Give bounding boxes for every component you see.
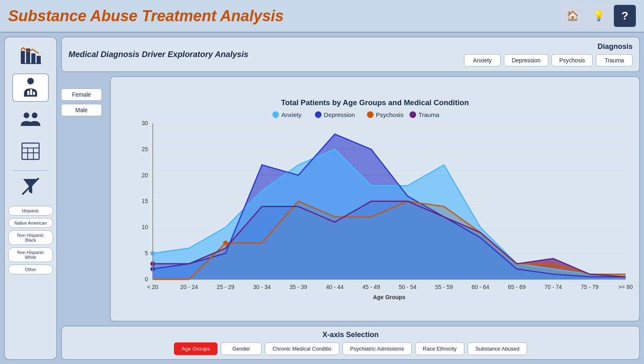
- chart-title: Total Patients by Age Groups and Medical…: [281, 98, 469, 107]
- svg-rect-0: [21, 51, 25, 63]
- person-chart-icon: [20, 77, 41, 98]
- legend-anxiety: Anxiety: [281, 111, 302, 118]
- svg-point-10: [32, 113, 37, 118]
- svg-text:60 - 64: 60 - 64: [472, 284, 490, 290]
- svg-rect-7: [30, 89, 32, 95]
- xaxis-gender-button[interactable]: Gender: [221, 342, 262, 355]
- svg-text:35 - 39: 35 - 39: [290, 284, 308, 290]
- xaxis-substance-button[interactable]: Substance Abused: [468, 342, 527, 355]
- svg-text:40 - 44: 40 - 44: [326, 284, 344, 290]
- xaxis-age-groups-button[interactable]: Age Groups: [174, 342, 218, 355]
- svg-rect-2: [31, 53, 35, 63]
- no-filter-icon: [22, 177, 40, 199]
- svg-text:30: 30: [142, 120, 148, 126]
- svg-text:55 - 59: 55 - 59: [435, 284, 453, 290]
- svg-rect-11: [22, 143, 39, 159]
- svg-text:>= 80: >= 80: [618, 284, 633, 290]
- svg-point-21: [409, 111, 416, 118]
- filter-non-hispanic-white[interactable]: Non Hispanic White: [8, 247, 53, 262]
- svg-text:0: 0: [145, 276, 148, 282]
- legend-psychosis: Psychosis: [376, 111, 404, 118]
- svg-text:25 - 29: 25 - 29: [217, 284, 235, 290]
- gender-male-button[interactable]: Male: [61, 104, 102, 116]
- svg-point-9: [24, 113, 29, 118]
- chart-card: Total Patients by Age Groups and Medical…: [110, 76, 640, 322]
- svg-text:15: 15: [142, 198, 148, 204]
- diag-depression-button[interactable]: Depression: [504, 54, 548, 66]
- svg-point-18: [273, 111, 279, 118]
- svg-point-19: [315, 111, 321, 118]
- svg-text:25: 25: [142, 146, 148, 152]
- lightbulb-button[interactable]: 💡: [588, 5, 610, 27]
- diag-anxiety-button[interactable]: Anxiety: [464, 54, 501, 66]
- sidebar-group-button[interactable]: [12, 105, 49, 134]
- svg-text:Age Groups: Age Groups: [373, 294, 405, 300]
- gender-button-group: Female Male: [61, 76, 106, 322]
- svg-text:50 - 54: 50 - 54: [399, 284, 417, 290]
- content-area: Medical Diagnosis Driver Exploratory Ana…: [61, 37, 640, 360]
- sidebar-person-chart-button[interactable]: [12, 73, 49, 102]
- diagnosis-card: Medical Diagnosis Driver Exploratory Ana…: [61, 37, 640, 72]
- xaxis-button-row: Age Groups Gender Chronic Medical Condit…: [174, 342, 528, 355]
- diag-psychosis-button[interactable]: Psychosis: [552, 54, 593, 66]
- filter-hispanic[interactable]: Hispanic: [8, 206, 53, 216]
- diagnosis-group-label: Diagnosis: [598, 42, 633, 51]
- svg-text:65 - 69: 65 - 69: [508, 284, 526, 290]
- svg-text:20: 20: [142, 172, 148, 179]
- main-layout: Hispanic Native American Non Hispanic Bl…: [0, 33, 644, 364]
- chart-row: Female Male Total Patients by Age Groups…: [61, 76, 640, 322]
- sidebar-divider: [13, 170, 48, 171]
- legend-trauma: Trauma: [418, 111, 440, 118]
- diag-trauma-button[interactable]: Trauma: [596, 54, 633, 66]
- app-title: Substance Abuse Treatment Analysis: [8, 7, 284, 25]
- header: Substance Abuse Treatment Analysis 🏠 💡 ?: [0, 0, 644, 33]
- sidebar-table-button[interactable]: [12, 137, 49, 165]
- svg-text:< 20: < 20: [147, 284, 158, 290]
- sidebar: Hispanic Native American Non Hispanic Bl…: [4, 37, 57, 360]
- filter-native-american[interactable]: Native American: [8, 218, 53, 228]
- svg-text:75 - 79: 75 - 79: [581, 284, 599, 290]
- line-area-chart: Total Patients by Age Groups and Medical…: [115, 81, 635, 317]
- diagnosis-buttons-group: Diagnosis Anxiety Depression Psychosis T…: [464, 42, 633, 66]
- svg-text:30 - 34: 30 - 34: [253, 284, 271, 290]
- svg-text:45 - 49: 45 - 49: [363, 284, 380, 290]
- svg-rect-3: [37, 56, 41, 63]
- chart-container: Total Patients by Age Groups and Medical…: [115, 81, 635, 317]
- svg-text:10: 10: [142, 224, 148, 230]
- filter-non-hispanic-black[interactable]: Non Hispanic Black: [8, 230, 53, 245]
- legend-depression: Depression: [324, 111, 355, 118]
- bar-chart-icon: [20, 47, 41, 65]
- psychosis-dot-2: [223, 240, 228, 245]
- svg-text:5: 5: [145, 250, 148, 256]
- race-filter-group: Hispanic Native American Non Hispanic Bl…: [8, 206, 53, 274]
- diagnosis-card-title: Medical Diagnosis Driver Exploratory Ana…: [68, 50, 248, 59]
- group-icon: [20, 110, 41, 128]
- xaxis-psychiatric-button[interactable]: Psychiatric Admissions: [343, 342, 412, 355]
- xaxis-selection-card: X-axis Selection Age Groups Gender Chron…: [61, 326, 640, 360]
- header-icon-group: 🏠 💡 ?: [562, 5, 636, 27]
- filter-other[interactable]: Other: [8, 265, 53, 274]
- sidebar-bar-chart-button[interactable]: [12, 42, 49, 70]
- table-icon: [21, 142, 40, 160]
- svg-rect-6: [27, 91, 29, 95]
- help-button[interactable]: ?: [614, 5, 636, 27]
- svg-rect-8: [33, 92, 35, 95]
- xaxis-chronic-button[interactable]: Chronic Medical Conditio: [265, 342, 339, 355]
- diagnosis-button-row: Anxiety Depression Psychosis Trauma: [464, 54, 633, 66]
- svg-point-5: [27, 78, 34, 84]
- svg-text:20 - 24: 20 - 24: [180, 284, 198, 290]
- xaxis-race-button[interactable]: Race Ethnicity: [415, 342, 464, 355]
- svg-text:70 - 74: 70 - 74: [544, 284, 562, 290]
- gender-female-button[interactable]: Female: [61, 88, 102, 101]
- home-button[interactable]: 🏠: [562, 5, 584, 27]
- svg-point-20: [367, 111, 374, 118]
- xaxis-title: X-axis Selection: [322, 331, 378, 339]
- filter-strikethrough-icon: [22, 177, 40, 195]
